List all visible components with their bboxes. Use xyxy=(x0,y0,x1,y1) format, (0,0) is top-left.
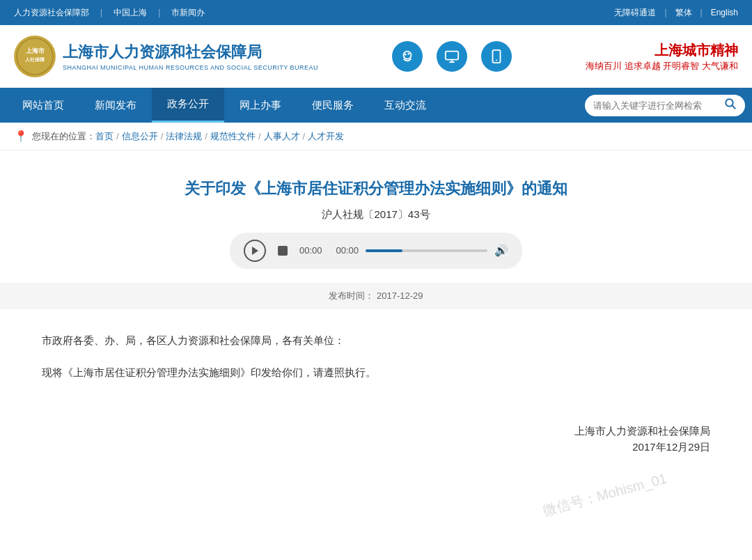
footer-org: 上海市人力资源和社会保障局 xyxy=(42,425,710,438)
breadcrumb-law[interactable]: 法律法规 xyxy=(166,130,202,143)
logo-en: SHANGHAI MUNICIPAL HUMAN RESOURCES AND S… xyxy=(63,64,318,71)
nav-item-news[interactable]: 新闻发布 xyxy=(79,88,152,123)
top-link-shanghai[interactable]: 中国上海 xyxy=(113,7,147,19)
weibo-icon xyxy=(400,49,415,64)
main-content: 关于印发《上海市居住证积分管理办法实施细则》的通知 沪人社规〔2017〕43号 … xyxy=(0,150,752,478)
article-para-1: 市政府各委、办、局，各区人力资源和社会保障局，各有关单位： xyxy=(42,330,710,351)
desktop-icon xyxy=(444,49,460,64)
svg-point-0 xyxy=(17,38,53,75)
progress-fill xyxy=(366,249,402,252)
bc-sep2: / xyxy=(161,131,164,141)
top-link-traditional[interactable]: 繁体 xyxy=(675,7,692,19)
breadcrumb: 📍 您现在的位置： 首页 / 信息公开 / 法律法规 / 规范性文件 / 人事人… xyxy=(0,123,752,150)
article-para-2: 现将《上海市居住证积分管理办法实施细则》印发给你们，请遵照执行。 xyxy=(42,362,710,383)
stop-button[interactable] xyxy=(273,241,292,260)
breadcrumb-label: 您现在的位置： xyxy=(32,130,95,143)
logo-text: 上海市人力资源和社会保障局 SHANGHAI MUNICIPAL HUMAN R… xyxy=(63,42,318,71)
top-bar-right: 无障碍通道 | 繁体 | English xyxy=(614,7,738,19)
svg-marker-13 xyxy=(252,247,258,255)
top-link-hrss[interactable]: 人力资源社会保障部 xyxy=(14,7,89,19)
top-link-news[interactable]: 市新闻办 xyxy=(171,7,205,19)
stop-icon xyxy=(278,246,288,256)
top-link-accessible[interactable]: 无障碍通道 xyxy=(614,7,656,19)
bc-sep3: / xyxy=(205,131,207,141)
location-icon: 📍 xyxy=(14,130,28,143)
mobile-icon xyxy=(489,49,504,64)
nav-item-online[interactable]: 网上办事 xyxy=(224,88,297,123)
breadcrumb-regulations[interactable]: 规范性文件 xyxy=(210,130,256,143)
time-total: 00:00 xyxy=(336,245,359,256)
publish-date: 2017-12-29 xyxy=(377,290,423,301)
spirit-sub: 海纳百川 追求卓越 开明睿智 大气谦和 xyxy=(586,60,738,72)
footer-date: 2017年12月29日 xyxy=(42,441,710,454)
header-logo: 上海市 人社保障 上海市人力资源和社会保障局 SHANGHAI MUNICIPA… xyxy=(14,36,318,77)
desktop-icon-btn[interactable] xyxy=(437,41,467,72)
search-bar xyxy=(585,95,745,116)
svg-rect-6 xyxy=(446,52,458,60)
sep3: | xyxy=(664,8,666,17)
audio-player: 00:00 00:00 🔊 xyxy=(230,233,522,269)
breadcrumb-home[interactable]: 首页 xyxy=(95,130,113,143)
play-icon xyxy=(251,246,259,256)
breadcrumb-info[interactable]: 信息公开 xyxy=(122,130,158,143)
time-current: 00:00 xyxy=(299,245,322,256)
sep1: | xyxy=(100,8,102,17)
header-spirit: 上海城市精神 海纳百川 追求卓越 开明睿智 大气谦和 xyxy=(586,41,738,72)
top-link-english[interactable]: English xyxy=(711,8,738,17)
breadcrumb-talent[interactable]: 人才开发 xyxy=(308,130,344,143)
bc-sep4: / xyxy=(258,131,261,141)
progress-bar[interactable] xyxy=(366,249,487,252)
weibo-icon-btn[interactable] xyxy=(392,41,423,72)
search-icon xyxy=(724,98,737,110)
breadcrumb-personnel[interactable]: 人事人才 xyxy=(264,130,300,143)
nav-item-interact[interactable]: 互动交流 xyxy=(369,88,441,123)
svg-line-12 xyxy=(733,105,735,108)
svg-point-10 xyxy=(496,60,497,61)
svg-point-3 xyxy=(404,52,412,59)
nav-item-service[interactable]: 便民服务 xyxy=(297,88,369,123)
nav-item-home[interactable]: 网站首页 xyxy=(7,88,79,123)
spirit-title: 上海城市精神 xyxy=(586,41,738,60)
bc-sep1: / xyxy=(116,131,119,141)
search-button[interactable] xyxy=(724,98,737,114)
article-body: 市政府各委、办、局，各区人力资源和社会保障局，各有关单位： 现将《上海市居住证积… xyxy=(42,330,710,383)
svg-point-5 xyxy=(408,53,410,55)
top-bar: 人力资源社会保障部 | 中国上海 | 市新闻办 无障碍通道 | 繁体 | Eng… xyxy=(0,0,752,25)
logo-emblem: 上海市 人社保障 xyxy=(14,36,56,77)
article-footer: 上海市人力资源和社会保障局 2017年12月29日 xyxy=(42,425,710,454)
volume-icon[interactable]: 🔊 xyxy=(494,244,508,257)
logo-cn: 上海市人力资源和社会保障局 xyxy=(63,42,318,63)
article-subtitle: 沪人社规〔2017〕43号 xyxy=(42,208,710,221)
nav-item-politics[interactable]: 政务公开 xyxy=(152,88,224,123)
header-icons xyxy=(392,41,512,72)
svg-point-4 xyxy=(405,54,407,56)
svg-text:上海市: 上海市 xyxy=(26,47,45,54)
bc-sep5: / xyxy=(303,131,306,141)
publish-bar: 发布时间： 2017-12-29 xyxy=(0,283,752,309)
svg-text:人社保障: 人社保障 xyxy=(24,56,45,63)
sep4: | xyxy=(700,8,703,17)
mobile-icon-btn[interactable] xyxy=(481,41,512,72)
publish-label: 发布时间： xyxy=(329,290,374,301)
play-button[interactable] xyxy=(244,240,266,262)
header: 上海市 人社保障 上海市人力资源和社会保障局 SHANGHAI MUNICIPA… xyxy=(0,25,752,88)
search-input[interactable] xyxy=(593,100,719,111)
nav: 网站首页 新闻发布 政务公开 网上办事 便民服务 互动交流 xyxy=(0,88,752,123)
emblem-icon: 上海市 人社保障 xyxy=(16,38,54,75)
top-bar-left: 人力资源社会保障部 | 中国上海 | 市新闻办 xyxy=(14,7,205,19)
sep2: | xyxy=(158,8,160,17)
article-title: 关于印发《上海市居住证积分管理办法实施细则》的通知 xyxy=(42,178,710,200)
